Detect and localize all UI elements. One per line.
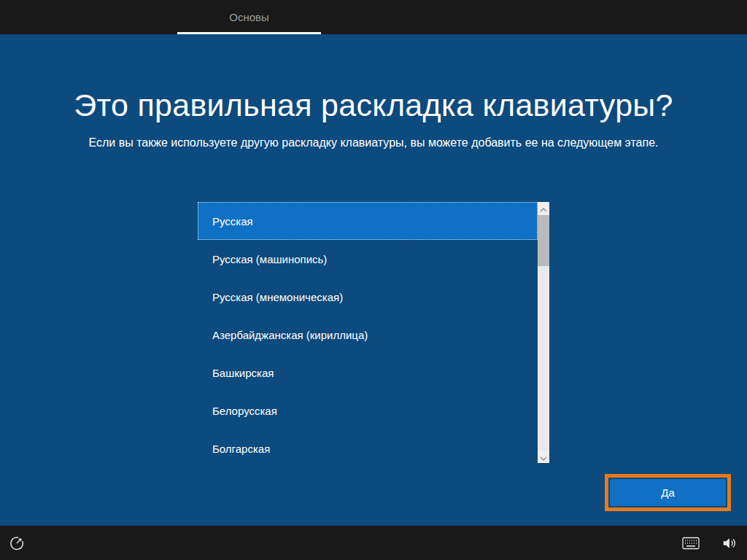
active-tab-indicator xyxy=(177,32,321,34)
layout-option-label: Башкирская xyxy=(212,367,274,379)
scrollbar-thumb[interactable] xyxy=(538,215,549,266)
page-subtitle: Если вы также используете другую расклад… xyxy=(0,136,747,149)
chevron-up-icon xyxy=(540,202,547,215)
volume-icon[interactable] xyxy=(719,534,738,552)
bottom-bar xyxy=(0,526,747,560)
layout-option-label: Азербайджанская (кириллица) xyxy=(212,329,368,341)
scroll-up-button[interactable] xyxy=(538,202,549,214)
tab-basics: Основы xyxy=(177,0,321,34)
chevron-down-icon xyxy=(540,451,547,464)
layout-option-label: Белорусская xyxy=(212,405,277,417)
layout-option[interactable]: Русская (машинопись) xyxy=(198,240,538,278)
layout-option-label: Болгарская xyxy=(212,443,270,455)
page-title: Это правильная раскладка клавиатуры? xyxy=(0,88,747,123)
keyboard-icon[interactable] xyxy=(681,535,700,551)
yes-button-focus-ring: Да xyxy=(605,474,731,511)
layout-option[interactable]: Белорусская xyxy=(198,392,538,429)
layout-option[interactable]: Азербайджанская (кириллица) xyxy=(198,316,538,354)
layout-option[interactable]: Башкирская xyxy=(198,354,538,392)
top-bar: Основы xyxy=(0,0,747,34)
scroll-down-button[interactable] xyxy=(538,451,549,463)
tab-basics-label: Основы xyxy=(229,11,269,23)
list-scrollbar[interactable] xyxy=(538,202,549,463)
yes-button[interactable]: Да xyxy=(610,479,726,506)
layout-option-label: Русская (мнемоническая) xyxy=(212,291,343,303)
layout-option-label: Русская (машинопись) xyxy=(212,253,327,265)
layout-option[interactable]: Русская xyxy=(198,202,538,240)
layout-option-label: Русская xyxy=(212,215,253,228)
ease-of-access-icon[interactable] xyxy=(7,534,26,553)
keyboard-layout-list: Русская Русская (машинопись) Русская (мн… xyxy=(198,202,538,467)
keyboard-layout-listbox: Русская Русская (машинопись) Русская (мн… xyxy=(198,202,549,467)
layout-option[interactable]: Русская (мнемоническая) xyxy=(198,278,538,316)
layout-option[interactable]: Болгарская xyxy=(198,429,538,467)
